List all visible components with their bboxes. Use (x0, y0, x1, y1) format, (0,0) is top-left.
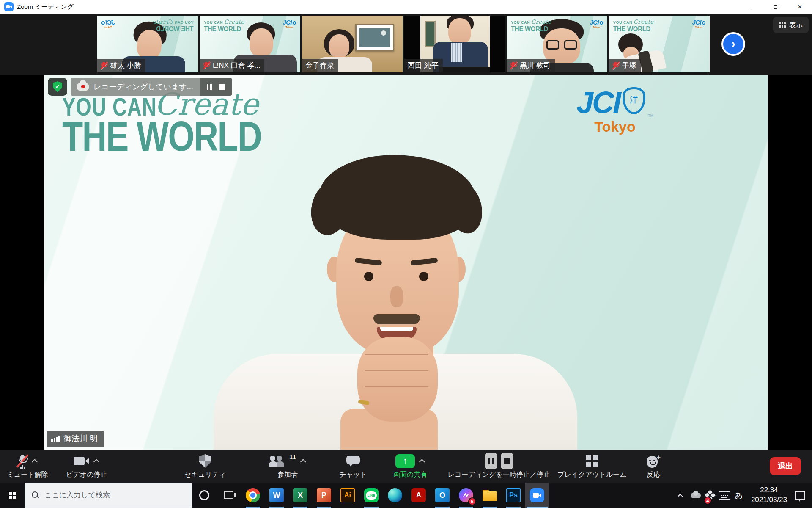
participant-count: 11 (289, 453, 296, 461)
participant-face (250, 28, 273, 57)
system-tray: 4 あ 22:34 2021/03/23 (674, 483, 812, 508)
share-screen-control[interactable]: ↑ 画面の共有 (379, 453, 442, 479)
file-explorer-icon (483, 490, 497, 501)
participant-name-label: 金子春菜 (302, 59, 338, 72)
taskbar-app-chrome[interactable] (241, 483, 265, 508)
jci-pin-icon (101, 20, 105, 25)
speaker-mustache (373, 314, 420, 324)
jci-pin-icon (292, 20, 296, 25)
taskbar-app-word[interactable]: W (265, 483, 288, 508)
speaker-hand (357, 337, 438, 422)
messenger-badge: 5 (468, 497, 476, 505)
mic-options-caret[interactable] (32, 459, 38, 465)
minimize-button[interactable] (738, 0, 763, 14)
close-icon: ✕ (797, 4, 802, 10)
search-input[interactable] (44, 491, 184, 500)
background-slogan: YOU CANCreate THE WORLD (62, 92, 270, 150)
taskbar-app-edge[interactable] (383, 483, 407, 508)
striped-shirt (451, 43, 462, 62)
tray-touch-keyboard[interactable] (717, 483, 732, 508)
video-thumbnail-5[interactable]: YOU CAN CreateTHE WORLD JCITokyo 黒川 敦司 (507, 16, 607, 72)
task-view-button[interactable] (217, 483, 241, 508)
share-options-caret[interactable] (419, 459, 425, 465)
chevron-up-icon (678, 494, 683, 499)
security-badge[interactable] (48, 78, 67, 96)
taskbar-app-zoom[interactable] (525, 483, 549, 508)
glasses-left-lens (546, 40, 559, 50)
photoshop-icon: Ps (506, 488, 521, 502)
recording-control[interactable]: レコーディングを一時停止／停止 (438, 453, 560, 479)
security-control[interactable]: セキュリティ (173, 453, 237, 479)
share-screen-icon: ↑ (395, 454, 415, 468)
video-thumbnail-4[interactable]: 西田 純平 (404, 16, 505, 72)
video-thumbnail-1[interactable]: JCITokyo YOU CAN CreateTHE WORLD 雄太 小勝 (97, 16, 198, 72)
action-center-icon[interactable] (795, 491, 805, 500)
taskbar-app-photoshop[interactable]: Ps (502, 483, 525, 508)
cortana-button[interactable] (192, 483, 217, 508)
stop-recording-button[interactable] (219, 84, 225, 90)
tray-ime-mode[interactable]: あ (732, 483, 746, 508)
participants-icon (269, 455, 286, 467)
title-bar: Zoom ミーティング ✕ (0, 0, 812, 14)
video-options-caret[interactable] (93, 459, 99, 465)
next-page-arrow-button[interactable]: › (721, 32, 745, 56)
window-title: Zoom ミーティング (17, 0, 74, 14)
taskbar-app-line[interactable]: LINE (359, 483, 383, 508)
video-thumbnail-3[interactable]: 金子春菜 (302, 16, 403, 72)
taskbar-app-explorer[interactable] (478, 483, 502, 508)
unmute-control[interactable]: ミュート解除 (0, 453, 55, 479)
taskbar-clock[interactable]: 22:34 2021/03/23 (746, 486, 792, 505)
view-button[interactable]: 表示 (773, 17, 809, 33)
participants-caret[interactable] (300, 459, 306, 465)
zoom-app-icon (530, 488, 544, 502)
encryption-shield-icon (53, 81, 62, 92)
reactions-smiley-icon: + (646, 454, 661, 468)
breakout-rooms-control[interactable]: ブレイクアウトルーム (550, 453, 634, 479)
jci-pin-icon (701, 20, 706, 25)
video-thumbnail-2[interactable]: YOU CAN CreateTHE WORLD JCITokyo L!NX 臼倉… (200, 16, 300, 72)
muted-mic-icon (101, 61, 107, 69)
cloud-recording-icon (77, 83, 89, 91)
chat-control[interactable]: チャット (326, 453, 381, 479)
taskbar-app-messenger[interactable]: 5 (454, 483, 478, 508)
muted-mic-icon (612, 61, 619, 69)
edge-icon (388, 488, 402, 502)
illustrator-icon: Ai (340, 488, 355, 502)
restore-icon (774, 5, 777, 9)
taskbar-app-illustrator[interactable]: Ai (336, 483, 359, 508)
pause-recording-icon[interactable] (485, 453, 497, 469)
stop-recording-icon[interactable] (501, 453, 513, 469)
taskbar-app-powerpoint[interactable]: P (312, 483, 336, 508)
tray-onedrive[interactable] (689, 483, 703, 508)
acrobat-icon: A (411, 488, 426, 502)
video-thumbnail-6[interactable]: YOU CAN CreateTHE WORLD JCITokyo 手塚 (609, 16, 710, 72)
taskbar-search[interactable] (25, 483, 192, 508)
wall-art (425, 21, 436, 47)
windows-logo-icon (9, 492, 16, 499)
slogan-small: YOU CAN CreateTHE WORLD (511, 19, 551, 31)
speaker-name-label: 御法川 明 (47, 431, 104, 447)
slogan-small: YOU CAN CreateTHE WORLD (204, 19, 244, 31)
speaker-hair (319, 155, 476, 240)
leave-meeting-button[interactable]: 退出 (770, 457, 801, 475)
pause-recording-button[interactable] (207, 84, 212, 90)
jci-logo-small: JCITokyo (590, 19, 603, 28)
stop-video-control[interactable]: ビデオの停止 (55, 453, 118, 479)
participants-control[interactable]: 11 参加者 (254, 453, 321, 479)
excel-icon: X (293, 488, 307, 502)
taskbar-app-excel[interactable]: X (288, 483, 312, 508)
taskbar-app-outlook[interactable]: O (431, 483, 454, 508)
taskbar-app-acrobat[interactable]: A (407, 483, 431, 508)
tray-show-hidden-icons[interactable] (674, 483, 689, 508)
close-button[interactable]: ✕ (787, 0, 812, 14)
camera-icon (74, 456, 89, 466)
active-speaker-video: YOU CANCreate THE WORLD JCITM Tokyo レコーデ… (44, 75, 768, 450)
dropbox-badge: 4 (704, 497, 712, 505)
restore-button[interactable] (763, 0, 787, 14)
laptop-edge (439, 67, 490, 72)
word-icon: W (269, 488, 284, 502)
tray-dropbox[interactable]: 4 (703, 483, 717, 508)
jci-tokyo-logo: JCITM Tokyo (576, 87, 653, 135)
reactions-control[interactable]: + 反応 (632, 453, 675, 479)
start-button[interactable] (0, 483, 25, 508)
